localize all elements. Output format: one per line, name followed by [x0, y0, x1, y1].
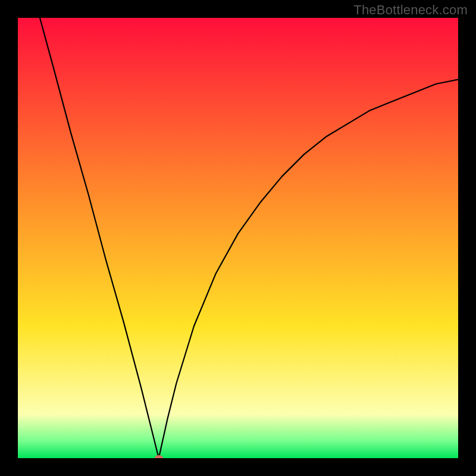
minimum-marker [155, 455, 163, 458]
chart-frame: TheBottleneck.com [0, 0, 476, 476]
curve-layer [18, 18, 458, 458]
plot-area [18, 18, 458, 458]
watermark-text: TheBottleneck.com [353, 2, 468, 18]
bottleneck-curve [40, 18, 458, 458]
